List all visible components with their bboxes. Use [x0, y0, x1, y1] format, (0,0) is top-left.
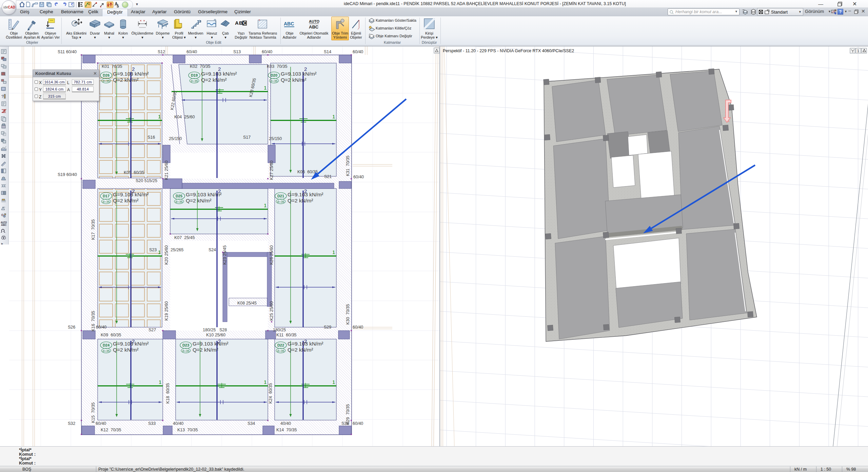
svg-text:D21: D21	[277, 194, 284, 198]
svg-text:K17 70/35: K17 70/35	[91, 219, 96, 240]
svg-text:G=9.103 kN/m²: G=9.103 kN/m²	[113, 192, 149, 197]
svg-text:S20 515/25: S20 515/25	[136, 178, 157, 183]
svg-text:D22: D22	[277, 343, 284, 347]
svg-text:60/40: 60/40	[353, 325, 363, 330]
svg-text:25/150: 25/150	[169, 136, 182, 141]
svg-text:1: 1	[332, 249, 335, 255]
svg-text:B: B	[239, 20, 243, 26]
svg-text:25/265: 25/265	[171, 248, 183, 252]
svg-text:K21 25/60: K21 25/60	[164, 160, 169, 180]
svg-text:S21: S21	[324, 174, 332, 179]
svg-text:G=9.103 kN/m²: G=9.103 kN/m²	[201, 71, 237, 77]
svg-text:G=9.103 kN/m²: G=9.103 kN/m²	[288, 192, 323, 197]
svg-text:S11 60/40: S11 60/40	[58, 50, 77, 54]
svg-text:S: S	[117, 4, 119, 8]
svg-text:K29 70/35: K29 70/35	[346, 404, 350, 425]
svg-text:d=35: d=35	[277, 200, 284, 203]
svg-text:K02 70/35: K02 70/35	[190, 64, 211, 69]
svg-text:S17: S17	[243, 135, 251, 140]
svg-text:S34: S34	[248, 421, 255, 426]
svg-text:1: 1	[159, 379, 161, 385]
svg-text:G=9.103 kN/m²: G=9.103 kN/m²	[186, 192, 222, 197]
svg-text:S26: S26	[68, 325, 75, 330]
svg-text:D19: D19	[191, 73, 198, 77]
svg-text:C: C	[243, 20, 247, 26]
svg-text:d=35: d=35	[191, 79, 198, 83]
svg-text:25/150: 25/150	[269, 136, 282, 141]
svg-text:D20: D20	[271, 73, 277, 77]
svg-text:K08 25/45: K08 25/45	[237, 301, 257, 306]
svg-text:?: ?	[1, 94, 4, 99]
svg-text:S27: S27	[149, 328, 156, 332]
svg-text:G=9.103 kN/m²: G=9.103 kN/m²	[113, 71, 149, 77]
svg-text:AUTO: AUTO	[309, 19, 319, 23]
svg-text:Q=2 kN/m²: Q=2 kN/m²	[186, 198, 211, 203]
svg-text:S14: S14	[324, 50, 331, 54]
svg-text:S24: S24	[209, 248, 216, 252]
svg-text:d=35: d=35	[102, 79, 110, 83]
svg-text:1: 1	[857, 49, 859, 53]
svg-text:A: A	[235, 20, 239, 26]
svg-text:Q=2 kN/m²: Q=2 kN/m²	[193, 347, 218, 353]
svg-text:1: 1	[264, 202, 267, 208]
svg-text:Q=2 kN/m²: Q=2 kN/m²	[113, 198, 138, 203]
svg-text:180/25: 180/25	[273, 328, 286, 332]
svg-text:Q=2 kN/m²: Q=2 kN/m²	[288, 347, 313, 353]
svg-text:K19 25/60: K19 25/60	[164, 301, 169, 320]
svg-text:G=9.103 kN/m²: G=9.103 kN/m²	[113, 341, 149, 347]
svg-text:1: 1	[332, 114, 335, 119]
svg-text:d=35: d=35	[182, 349, 189, 353]
svg-text:Q=2 kN/m²: Q=2 kN/m²	[281, 77, 306, 83]
svg-text:60/40: 60/40	[353, 421, 363, 426]
svg-text:K16 70/35: K16 70/35	[91, 311, 96, 332]
svg-text:d=35: d=35	[270, 79, 277, 83]
svg-text:1: 1	[332, 379, 335, 385]
svg-text:1: 1	[264, 379, 267, 385]
svg-text:Q=2 kN/m²: Q=2 kN/m²	[113, 77, 138, 83]
svg-text:K14 70/35: K14 70/35	[276, 428, 297, 432]
svg-text:60/40: 60/40	[96, 421, 106, 426]
svg-text:K06 60/35: K06 60/35	[297, 170, 318, 174]
svg-text:1: 1	[158, 249, 161, 255]
svg-text:S19 60/40: S19 60/40	[58, 172, 77, 177]
svg-text:d=35: d=35	[102, 200, 110, 203]
svg-text:K01 70/35: K01 70/35	[102, 64, 122, 69]
svg-text:K05 60/35: K05 60/35	[124, 170, 144, 175]
svg-text:180/25: 180/25	[203, 328, 216, 332]
svg-text:S28: S28	[219, 328, 227, 332]
svg-text:D23: D23	[182, 343, 189, 347]
svg-text:K26 25/60: K26 25/60	[269, 245, 274, 264]
svg-text:S32: S32	[68, 421, 75, 426]
svg-text:K15 70/35: K15 70/35	[91, 402, 96, 423]
svg-text:ABC: ABC	[309, 24, 319, 29]
svg-text:Q=2 kN/m²: Q=2 kN/m²	[113, 347, 138, 353]
svg-text:K11 60/35: K11 60/35	[276, 333, 297, 337]
svg-text:Q=2 kN/m²: Q=2 kN/m²	[201, 77, 226, 83]
svg-text:K30 70/35: K30 70/35	[346, 304, 350, 325]
svg-text:K24 60/35: K24 60/35	[268, 383, 273, 404]
svg-text:K31 70/35: K31 70/35	[346, 156, 350, 176]
svg-text:S33: S33	[148, 421, 156, 426]
svg-text:d=35: d=35	[175, 200, 182, 203]
svg-text:60/40: 60/40	[186, 50, 197, 54]
svg-text:D17: D17	[103, 194, 110, 198]
svg-text:S12: S12	[158, 50, 165, 54]
svg-text:40/40: 40/40	[280, 421, 291, 426]
svg-text:ABC: ABC	[284, 21, 294, 26]
svg-text:D24: D24	[103, 343, 110, 347]
svg-text:D25: D25	[176, 194, 182, 198]
svg-text:S16: S16	[147, 135, 155, 140]
svg-text:*: *	[259, 19, 260, 23]
svg-text:K09 60/35: K09 60/35	[101, 333, 121, 337]
svg-text:S13: S13	[233, 50, 241, 54]
svg-text:60/40: 60/40	[262, 50, 272, 54]
svg-text:ABC: ABC	[1, 223, 7, 227]
svg-text:G=9.103 kN/m²: G=9.103 kN/m²	[281, 71, 317, 77]
svg-text:1: 1	[264, 85, 267, 91]
svg-text:K10 25/60: K10 25/60	[206, 333, 225, 337]
svg-text:K20 25/60: K20 25/60	[164, 245, 169, 264]
svg-text:K13 70/35: K13 70/35	[177, 428, 198, 432]
svg-text:Perspektif - 11.20 - 229 FPS -: Perspektif - 11.20 - 229 FPS - NVIDIA Ge…	[443, 48, 574, 53]
svg-text:K03 70/35: K03 70/35	[267, 64, 288, 69]
svg-text:d=35: d=35	[102, 349, 110, 353]
